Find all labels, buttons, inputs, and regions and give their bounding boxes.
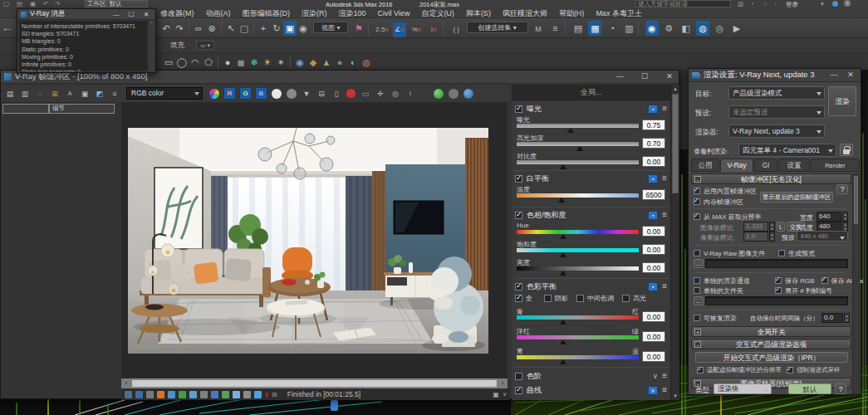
render-settings-close-button[interactable]: ✕ xyxy=(844,69,857,81)
named-selection-set-dropdown[interactable]: 创建选择集 ▾ xyxy=(467,22,528,33)
vfb-status-icon[interactable] xyxy=(146,391,154,398)
levels-header[interactable]: 色阶 ∨ ≡ xyxy=(512,370,670,382)
target-dropdown[interactable]: 产品级渲染模式 xyxy=(728,86,825,100)
message-scrollbar[interactable]: ⌃ xyxy=(148,21,154,71)
scrollbar-thumb[interactable] xyxy=(854,176,858,224)
color-balance-header[interactable]: 色彩平衡 ▪ ≡ xyxy=(512,281,670,292)
history-column-details[interactable]: 细节 xyxy=(49,104,115,114)
view-to-render-dropdown[interactable]: 四元菜单 4 - Camera001 xyxy=(738,144,836,157)
memory-fb-checkbox[interactable] xyxy=(694,198,700,205)
expand-icon[interactable]: ⊞ xyxy=(272,391,277,398)
contrast-value[interactable]: 0.00 xyxy=(642,156,665,167)
save-channel-icon[interactable]: ▼ xyxy=(300,88,313,100)
vfb-minimize-button[interactable]: — xyxy=(611,71,628,83)
mode-highlights-checkbox[interactable] xyxy=(622,295,630,302)
exposure-slider[interactable] xyxy=(517,124,639,128)
placement-icon[interactable]: ◉ xyxy=(297,21,310,36)
separate-channels-checkbox[interactable] xyxy=(694,277,700,284)
save-alpha-checkbox[interactable] xyxy=(821,277,828,284)
half-circle-tool-icon[interactable]: ◐ xyxy=(346,55,360,70)
menu-civil-view[interactable]: Civil View xyxy=(378,8,410,18)
mono-channel-icon[interactable] xyxy=(287,89,297,99)
load-image-icon[interactable]: ▥ xyxy=(18,88,32,100)
vfb-menu-icon[interactable]: ≡ xyxy=(108,88,121,100)
tab-settings[interactable]: 设置 xyxy=(778,159,810,172)
renderer-dropdown[interactable]: V-Ray Next, update 3 xyxy=(728,124,825,138)
saturation-slider[interactable] xyxy=(517,248,639,252)
undo-scene-icon[interactable]: ↶ xyxy=(159,21,173,36)
hue-saturation-menu-icon[interactable]: ≡ xyxy=(662,211,667,219)
dock-icon[interactable]: ▣ xyxy=(493,391,499,398)
vfb-image-area[interactable] xyxy=(121,103,508,378)
signin-button[interactable]: 登录 xyxy=(786,1,798,8)
menu-animation[interactable]: 动画(A) xyxy=(206,8,231,18)
expand-frame-checkbox[interactable] xyxy=(775,287,782,294)
white-balance-reset-icon[interactable]: ▪ xyxy=(648,174,658,183)
channels-path-field[interactable] xyxy=(705,296,848,305)
vray-message-titlebar[interactable]: V-Ray 消息 — ☐ ✕ xyxy=(17,9,155,20)
start-ipr-button[interactable]: 开始交互式产品级渲染（IPR） xyxy=(695,352,848,363)
vfb-status-icon[interactable] xyxy=(222,391,229,398)
stamp-icon[interactable]: ▣ xyxy=(78,88,91,100)
tab-common[interactable]: 公用 xyxy=(691,159,719,172)
green-channel-icon[interactable]: G xyxy=(239,87,252,100)
alpha-channel-icon[interactable] xyxy=(272,89,282,99)
move-icon[interactable]: + xyxy=(257,21,270,36)
save-rgb-checkbox[interactable] xyxy=(775,277,782,284)
mode-all-checkbox[interactable] xyxy=(515,295,522,302)
vfb-status-icon[interactable] xyxy=(243,391,251,398)
get-resolution-checkbox[interactable] xyxy=(694,213,700,220)
exposure-menu-icon[interactable]: ≡ xyxy=(662,105,667,113)
pixel-info-icon[interactable]: i xyxy=(404,88,417,100)
contrast-slider[interactable] xyxy=(517,160,639,164)
sphere-tool-icon[interactable]: ● xyxy=(221,55,234,70)
unlink-icon[interactable]: ⊗ xyxy=(205,21,218,36)
highlight-burn-value[interactable]: 0.70 xyxy=(642,138,665,149)
render-settings-titlebar[interactable]: 渲染设置: V-Ray Next, update 3 — ✕ xyxy=(689,69,861,82)
ribbon-fill-label[interactable]: 填充 xyxy=(170,41,184,51)
raw-browse-button[interactable]: ... xyxy=(694,259,704,268)
menu-modifiers[interactable]: 修改器(M) xyxy=(160,8,194,18)
align-icon[interactable]: ≡ xyxy=(549,21,562,36)
vfb-status-icon[interactable] xyxy=(211,391,218,398)
vfb-status-icon[interactable] xyxy=(233,391,240,398)
render-production-icon[interactable]: ◍ xyxy=(696,21,709,36)
force-progressive-checkbox[interactable] xyxy=(787,367,793,374)
yellow-blue-slider[interactable] xyxy=(517,355,639,359)
exposure-header[interactable]: 曝光 ▪ ≡ xyxy=(512,103,670,115)
render-button[interactable]: 渲染 xyxy=(828,86,856,116)
curve-editor-icon[interactable]: ◔ xyxy=(606,21,619,36)
vfb-status-icon[interactable] xyxy=(135,391,143,398)
magenta-green-slider[interactable] xyxy=(517,335,639,339)
percent-snap-icon[interactable]: %n xyxy=(409,22,423,37)
dot-tool-icon[interactable]: ● xyxy=(333,55,346,70)
cyan-red-slider[interactable] xyxy=(517,315,639,320)
width-field[interactable]: 640 xyxy=(817,212,841,222)
color-balance-checkbox[interactable] xyxy=(515,283,522,290)
levels-menu-icon[interactable]: ≡ xyxy=(662,372,667,380)
hue-saturation-checkbox[interactable] xyxy=(515,212,522,219)
duplicate-to-host-icon[interactable]: ⊞ xyxy=(48,88,61,100)
vfb-status-icon[interactable] xyxy=(200,391,208,398)
primitive-ngon-icon[interactable]: ⬠ xyxy=(202,55,215,70)
fit-resolution-checkbox[interactable] xyxy=(697,367,704,374)
render-settings-scrollbar[interactable] xyxy=(852,173,860,394)
ribbon-collapse-dropdown[interactable]: ▭ ▾ xyxy=(196,41,214,50)
fb-help-button[interactable]: ? xyxy=(836,184,848,194)
scale-icon[interactable]: ▣ xyxy=(283,21,297,36)
tab-vray[interactable]: V-Ray xyxy=(720,159,753,172)
message-minimize-button[interactable]: — xyxy=(110,11,122,18)
scroll-up-icon[interactable]: ▴ xyxy=(671,85,679,93)
primitive-box-icon[interactable]: ▭ xyxy=(162,55,175,70)
vfb-status-icon[interactable] xyxy=(179,391,186,398)
ipr-pause-icon[interactable] xyxy=(449,89,459,99)
tab-gi[interactable]: GI xyxy=(754,159,777,172)
select-region-icon[interactable]: ▢ xyxy=(238,21,251,36)
dropdown-arrow-icon[interactable]: ▾ xyxy=(821,0,824,7)
history-column-1[interactable] xyxy=(2,104,49,114)
copy-clipboard-icon[interactable]: ▯ xyxy=(330,88,343,100)
favorites-icon[interactable]: ☆ xyxy=(763,0,768,7)
curves-menu-icon[interactable]: ≡ xyxy=(662,386,667,394)
help-icon[interactable]: ? xyxy=(844,0,851,7)
pan-image-icon[interactable]: ✛ xyxy=(374,88,387,100)
